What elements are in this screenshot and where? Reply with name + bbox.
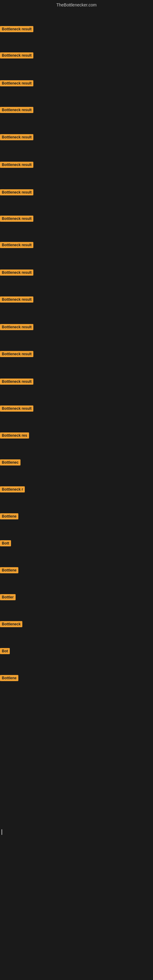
bottleneck-item-8[interactable]: Bottleneck result [0, 216, 33, 223]
bottleneck-badge-16: Bottleneck res [0, 433, 29, 439]
bottleneck-badge-8: Bottleneck result [0, 216, 33, 222]
bottleneck-badge-22: Bottler [0, 594, 16, 600]
bottleneck-badge-14: Bottleneck result [0, 379, 33, 385]
bottleneck-badge-7: Bottleneck result [0, 189, 33, 196]
bottleneck-item-14[interactable]: Bottleneck result [0, 379, 33, 386]
bottleneck-item-3[interactable]: Bottleneck result [0, 80, 33, 88]
text-cursor [2, 829, 2, 835]
bottleneck-badge-6: Bottleneck result [0, 162, 33, 168]
bottleneck-item-20[interactable]: Bott [0, 540, 11, 547]
bottleneck-item-2[interactable]: Bottleneck result [0, 52, 33, 60]
bottleneck-item-25[interactable]: Bottlene [0, 675, 18, 682]
bottleneck-item-6[interactable]: Bottleneck result [0, 162, 33, 169]
bottleneck-item-21[interactable]: Bottlene [0, 567, 18, 574]
bottleneck-badge-17: Bottlenec [0, 460, 21, 466]
bottleneck-item-4[interactable]: Bottleneck result [0, 107, 33, 114]
bottleneck-item-11[interactable]: Bottleneck result [0, 296, 33, 304]
bottleneck-badge-5: Bottleneck result [0, 134, 33, 140]
bottleneck-item-7[interactable]: Bottleneck result [0, 189, 33, 197]
bottleneck-badge-25: Bottlene [0, 675, 18, 681]
bottleneck-item-12[interactable]: Bottleneck result [0, 324, 33, 331]
bottleneck-item-17[interactable]: Bottlenec [0, 460, 21, 467]
bottleneck-badge-19: Bottlene [0, 513, 18, 519]
bottleneck-badge-13: Bottleneck result [0, 351, 33, 357]
site-header: TheBottlenecker.com [0, 0, 153, 9]
bottleneck-badge-21: Bottlene [0, 567, 18, 573]
bottleneck-badge-10: Bottleneck result [0, 269, 33, 275]
bottleneck-badge-9: Bottleneck result [0, 242, 33, 248]
bottleneck-badge-4: Bottleneck result [0, 107, 33, 113]
bottleneck-item-10[interactable]: Bottleneck result [0, 269, 33, 277]
bottleneck-badge-15: Bottleneck result [0, 406, 33, 412]
bottleneck-badge-2: Bottleneck result [0, 52, 33, 59]
bottleneck-item-18[interactable]: Bottleneck r [0, 486, 25, 494]
bottleneck-badge-20: Bott [0, 540, 11, 546]
bottleneck-badge-11: Bottleneck result [0, 296, 33, 302]
bottleneck-badge-18: Bottleneck r [0, 486, 25, 492]
bottleneck-item-1[interactable]: Bottleneck result [0, 26, 33, 33]
bottleneck-item-15[interactable]: Bottleneck result [0, 406, 33, 413]
bottleneck-item-16[interactable]: Bottleneck res [0, 433, 29, 440]
bottleneck-item-22[interactable]: Bottler [0, 594, 16, 601]
bottleneck-item-9[interactable]: Bottleneck result [0, 242, 33, 249]
bottleneck-badge-24: Bot [0, 648, 10, 654]
bottleneck-badge-12: Bottleneck result [0, 324, 33, 330]
bottleneck-item-19[interactable]: Bottlene [0, 513, 18, 520]
bottleneck-item-23[interactable]: Bottleneck [0, 621, 22, 628]
bottleneck-item-13[interactable]: Bottleneck result [0, 351, 33, 358]
bottleneck-badge-23: Bottleneck [0, 621, 22, 627]
bottleneck-badge-1: Bottleneck result [0, 26, 33, 32]
bottleneck-item-5[interactable]: Bottleneck result [0, 134, 33, 142]
site-title: TheBottlenecker.com [56, 2, 97, 7]
bottleneck-badge-3: Bottleneck result [0, 80, 33, 86]
bottleneck-item-24[interactable]: Bot [0, 648, 10, 655]
